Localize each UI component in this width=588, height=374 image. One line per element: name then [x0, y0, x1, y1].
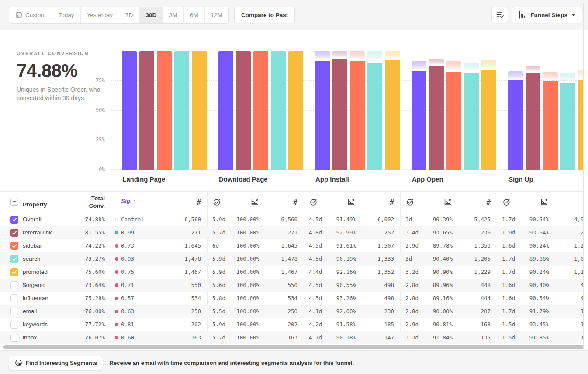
step-time-to-convert: 3.3d	[405, 331, 419, 344]
find-interesting-segments-button[interactable]: Find Interesting Segments	[9, 356, 103, 370]
step-count: 6,560	[251, 213, 297, 226]
funnel-bar[interactable]	[174, 51, 189, 170]
funnel-bar[interactable]	[385, 60, 400, 170]
property-name: search	[23, 252, 41, 266]
funnel-bar[interactable]	[429, 66, 444, 170]
step-count: 1,467	[154, 266, 201, 279]
table-row[interactable]: influencer75.28%0.575345.8d100.00%5344.3…	[0, 292, 583, 305]
property-column-header: Property	[23, 201, 47, 208]
step-count: 1,645	[154, 239, 201, 252]
funnel-bar[interactable]	[560, 83, 575, 170]
row-checkbox[interactable]	[10, 334, 18, 342]
row-checkbox[interactable]	[10, 229, 18, 237]
step-count: 168	[444, 318, 491, 331]
funnel-bar[interactable]	[508, 80, 523, 170]
step-time-to-convert: 2.8d	[405, 279, 419, 292]
table-row[interactable]: search73.27%0.931,4785.9d100.00%1,4784.5…	[0, 252, 583, 266]
funnel-bar-dropoff-cap	[367, 51, 382, 62]
summary-description: Uniques in Specific Order, who converted…	[17, 86, 102, 102]
property-name: inbox	[23, 331, 37, 344]
step-count: 6,002	[347, 213, 394, 226]
funnel-bar-dropoff-cap	[543, 72, 558, 81]
sig-value: 0.73	[121, 239, 134, 252]
funnel-bar[interactable]	[157, 51, 172, 170]
table-row[interactable]: promoted75.60%0.751,4675.9d100.00%1,4674…	[0, 266, 583, 279]
funnel-bar[interactable]	[288, 51, 303, 170]
funnel-bar[interactable]	[122, 51, 137, 170]
row-checkbox[interactable]	[10, 281, 18, 289]
funnel-bar[interactable]	[271, 51, 286, 170]
step-count: 202	[251, 318, 297, 331]
step-time-to-convert: 4.5d	[309, 279, 322, 292]
step-count: 448	[444, 279, 491, 292]
total-conv-column-header: TotalConv.	[61, 195, 105, 210]
sig-dot-negative	[115, 323, 118, 326]
total-conversion-value: 73.64%	[61, 279, 105, 292]
step-count: 1,478	[251, 252, 297, 266]
funnel-bar[interactable]	[367, 63, 382, 170]
step-count: 271	[251, 226, 297, 239]
funnel-bar[interactable]	[192, 51, 207, 170]
find-interesting-segments-label: Find Interesting Segments	[26, 360, 97, 366]
funnel-bar[interactable]	[481, 70, 496, 170]
funnel-bar[interactable]	[464, 73, 479, 170]
funnel-bar[interactable]	[332, 59, 347, 170]
step-count: 534	[154, 292, 201, 305]
step-time-to-convert: 1.7d	[502, 305, 515, 318]
step-time-to-convert: 2.8d	[405, 305, 419, 318]
funnel-bar[interactable]	[446, 72, 461, 170]
step-time-to-convert: 5.5d	[212, 305, 225, 318]
row-checkbox[interactable]	[10, 216, 18, 224]
funnel-bar[interactable]	[236, 51, 251, 170]
funnel-bar[interactable]	[412, 71, 426, 170]
sig-value: 0.81	[121, 318, 134, 331]
funnel-step-label: Landing Page	[122, 175, 165, 183]
step-count: 135	[444, 331, 491, 344]
table-row[interactable]: Overall74.88%Control6,5605.9d100.00%6,56…	[0, 213, 583, 226]
sig-dot-negative	[115, 310, 118, 313]
horizontal-scrollbar-thumb[interactable]	[3, 345, 584, 349]
select-all-checkbox[interactable]	[10, 198, 18, 206]
funnel-bar[interactable]	[315, 61, 330, 170]
step-count: 5,425	[444, 213, 491, 226]
funnel-bar[interactable]	[253, 51, 268, 170]
funnel-bar[interactable]	[578, 80, 583, 170]
funnel-bar-dropoff-cap	[508, 71, 523, 80]
row-checkbox[interactable]	[10, 255, 18, 263]
funnel-bar[interactable]	[543, 81, 558, 170]
step-count: 1,229	[444, 266, 491, 279]
funnel-bar[interactable]	[350, 61, 365, 170]
funnel-bar[interactable]	[526, 73, 540, 170]
sig-dot-negative	[115, 336, 118, 339]
step-time-to-convert: 4.4d	[309, 266, 322, 279]
step-time-to-convert: 4.5d	[309, 252, 322, 266]
funnel-bar[interactable]	[139, 51, 154, 170]
check-icon	[12, 217, 17, 222]
step-count: 147	[347, 331, 394, 344]
row-checkbox[interactable]	[10, 242, 18, 250]
row-checkbox[interactable]	[10, 321, 18, 329]
table-row[interactable]: email76.00%0.632505.5d100.00%2504.1d92.0…	[0, 305, 583, 318]
chart-dropoff-icon	[444, 198, 452, 206]
step-time-to-convert: 2.9d	[405, 239, 419, 252]
step-count: 1,352	[347, 266, 394, 279]
total-conversion-value: 81.55%	[61, 226, 105, 239]
step-time-to-convert: 5.9d	[212, 266, 225, 279]
table-row[interactable]: sidebar74.22%0.731,6456d100.00%1,6454.5d…	[0, 239, 583, 252]
row-checkbox[interactable]	[10, 308, 18, 315]
table-row[interactable]: referral link81.55%0.992715.7d100.00%271…	[0, 226, 583, 239]
funnel-bar[interactable]	[218, 51, 233, 170]
row-checkbox[interactable]	[10, 294, 18, 302]
clock-check-icon	[213, 198, 221, 206]
row-checkbox[interactable]	[10, 268, 18, 276]
total-conversion-value: 77.72%	[61, 318, 105, 331]
step-count: 163	[251, 331, 297, 344]
table-row[interactable]: inbox76.07%0.601635.7d100.00%1634.7d90.1…	[0, 331, 583, 344]
total-conversion-value: 75.60%	[61, 266, 105, 279]
table-row[interactable]: keywords77.72%0.812025.9d100.00%2024.2d9…	[0, 318, 583, 331]
footer-bar: Find Interesting Segments Receive an ema…	[0, 350, 588, 374]
sig-sort-header[interactable]: Sig.↑	[121, 198, 136, 204]
total-conversion-value: 76.07%	[61, 331, 105, 344]
table-row[interactable]: $organic73.64%0.715505.6d100.00%5504.5d9…	[0, 279, 583, 292]
funnel-bar-dropoff-cap	[464, 63, 479, 73]
